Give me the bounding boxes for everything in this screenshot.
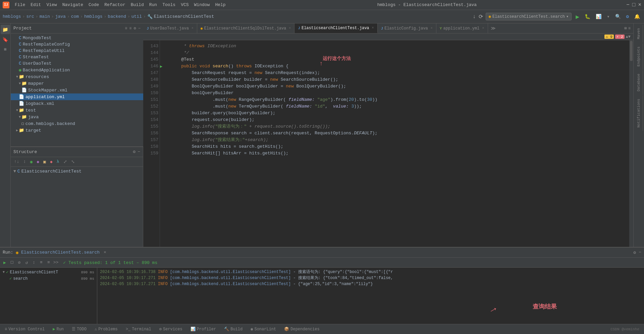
- toggle-passed-button[interactable]: ≡: [39, 259, 44, 266]
- tree-item-resources[interactable]: ▼ 📁 resources: [11, 73, 143, 80]
- tab-close-icon[interactable]: ×: [289, 26, 291, 30]
- notifications-button[interactable]: 🔔: [633, 13, 641, 20]
- terminal-button[interactable]: >_ Terminal: [124, 324, 153, 334]
- tree-item-mapper[interactable]: ▼ 📁 mapper: [11, 80, 143, 87]
- endpoints-tab[interactable]: Endpoints: [635, 43, 643, 70]
- scrollbar-track[interactable]: [629, 40, 633, 247]
- test-method-item[interactable]: ✓ search 890 ms: [1, 275, 96, 282]
- structure-minimize[interactable]: −: [138, 149, 140, 154]
- menu-edit[interactable]: Edit: [29, 2, 43, 8]
- tree-item-test[interactable]: ▼ 📁 test: [11, 107, 143, 114]
- lambdas-button[interactable]: λ: [55, 158, 61, 165]
- breadcrumb-com[interactable]: com: [71, 14, 79, 19]
- tab-close-icon[interactable]: ×: [482, 26, 484, 30]
- minimize-button[interactable]: −: [626, 2, 630, 8]
- split-editor-button[interactable]: ⊞: [625, 26, 627, 31]
- breadcrumb-main[interactable]: main: [40, 14, 50, 19]
- tab-elasticsearchclienttest[interactable]: J ElasticsearchClientTest.java ×: [294, 23, 377, 33]
- menu-refactor[interactable]: Refactor: [102, 2, 127, 8]
- run-gutter-icon[interactable]: ▶: [160, 64, 162, 69]
- scrollbar-thumb[interactable]: [630, 41, 633, 61]
- rerun-failed-button[interactable]: ↺: [24, 259, 29, 266]
- tree-item-stockmapper[interactable]: 📄 StockMapper.xml: [11, 87, 143, 93]
- sonarlint-button[interactable]: ◉ SonarLint: [249, 324, 278, 334]
- breadcrumb-java[interactable]: java: [55, 14, 66, 19]
- tree-item-resttemplateconfig[interactable]: C RestTemplateConfig: [11, 41, 143, 48]
- breadcrumb-backend[interactable]: backend: [108, 14, 126, 19]
- sort-alpha-button[interactable]: ↑↓: [13, 158, 21, 165]
- run-with-coverage-button[interactable]: 📊: [594, 13, 603, 20]
- run-status-button[interactable]: ▶ Run: [51, 324, 66, 334]
- gutter-run[interactable]: ▶: [160, 63, 167, 70]
- database-tab[interactable]: Database: [635, 70, 643, 95]
- git-pull-icon[interactable]: ↓: [473, 14, 476, 20]
- sort-visibility-button[interactable]: ↕: [22, 158, 28, 165]
- tree-item-mongodbtest[interactable]: C MongodbTest: [11, 35, 143, 41]
- breadcrumb-hmblogs2[interactable]: hmblogs: [84, 14, 103, 19]
- run-button[interactable]: ▶: [574, 12, 581, 21]
- profiler-button[interactable]: 📊 Profiler: [189, 324, 218, 334]
- inherited-button[interactable]: ◉: [29, 158, 34, 165]
- version-control-button[interactable]: ≡ Version Control: [3, 324, 47, 334]
- tree-item-resttemplateutil[interactable]: C RestTemplateUtil: [11, 48, 143, 54]
- close-button[interactable]: ×: [638, 2, 641, 8]
- run-config-selector[interactable]: ◉ ElasticsearchClientTest.search ▾: [486, 13, 572, 20]
- menu-view[interactable]: View: [44, 2, 59, 8]
- tab-elasticconfig[interactable]: J ElasticConfig.java ×: [378, 23, 436, 33]
- bookmarks-button[interactable]: 🔖: [1, 35, 10, 44]
- dependencies-button[interactable]: 📦 Dependencies: [282, 324, 321, 334]
- tree-item-userdaotest[interactable]: C UserDaoTest: [11, 60, 143, 67]
- maximize-button[interactable]: □: [632, 2, 636, 8]
- menu-navigate[interactable]: Navigate: [60, 2, 85, 8]
- stop-button[interactable]: □: [9, 259, 15, 266]
- project-expand-all[interactable]: ≡: [125, 26, 127, 31]
- breadcrumb-hmblogs[interactable]: hmblogs: [3, 14, 21, 19]
- todo-button[interactable]: ☰ TODO: [70, 324, 89, 334]
- fields-button[interactable]: ◈: [35, 158, 41, 165]
- tree-item-backendapp[interactable]: ◉ BackendApplication: [11, 67, 143, 73]
- maven-tab[interactable]: Maven: [635, 25, 643, 43]
- collapse-all-button[interactable]: ⤡: [70, 158, 76, 165]
- menu-file[interactable]: File: [13, 2, 27, 8]
- filter-tests-button[interactable]: ≡: [46, 259, 51, 266]
- menu-vcs[interactable]: VCS: [179, 2, 191, 8]
- tree-item-target[interactable]: ▶ 📁 target: [11, 127, 143, 134]
- tab-close-icon[interactable]: ×: [372, 26, 374, 30]
- menu-build[interactable]: Build: [129, 2, 146, 8]
- run-close-icon[interactable]: ×: [104, 250, 106, 255]
- menu-run[interactable]: Run: [147, 2, 159, 8]
- struct-class-item[interactable]: ▼ C ElasticsearchClientTest: [13, 168, 140, 175]
- project-collapse-all[interactable]: ≡: [129, 26, 131, 31]
- breadcrumb-util[interactable]: util: [131, 14, 142, 19]
- tab-settings-button[interactable]: ≡: [628, 26, 631, 31]
- tree-item-streamtest[interactable]: C StreamTest: [11, 54, 143, 60]
- menu-window[interactable]: Window: [192, 2, 212, 8]
- code-editor[interactable]: * throws IOException */ @Test public voi…: [167, 40, 633, 247]
- rerun-button[interactable]: ▶: [2, 259, 7, 266]
- annotation-toggle[interactable]: ▲▼: [626, 35, 631, 39]
- more-tabs-button[interactable]: ≫: [488, 25, 498, 31]
- menu-code[interactable]: Code: [87, 2, 101, 8]
- test-class-item[interactable]: ▼ ✓ ElasticsearchClientT 890 ms: [1, 269, 96, 275]
- stop-disabled-button[interactable]: ⊘: [17, 259, 22, 266]
- expand-all-button[interactable]: ⤢: [62, 158, 68, 165]
- tree-item-java[interactable]: ▼ 📁 java: [11, 114, 143, 120]
- sort-tests-button[interactable]: ↕: [31, 259, 37, 266]
- settings-button[interactable]: ⚙: [625, 13, 630, 20]
- more-run-options-button[interactable]: ▾: [605, 13, 611, 20]
- menu-tools[interactable]: Tools: [160, 2, 177, 8]
- structure-button[interactable]: ≡: [1, 45, 10, 54]
- search-button[interactable]: 🔍: [614, 13, 622, 20]
- more-run-options[interactable]: >>: [53, 260, 59, 265]
- project-view-button[interactable]: 📁: [1, 25, 10, 34]
- tab-applicationyml[interactable]: Y application.yml ×: [436, 23, 488, 33]
- services-button[interactable]: ⚙ Services: [157, 324, 184, 334]
- tree-item-package[interactable]: ◻ com.hmblogs.backend: [11, 120, 143, 127]
- tab-elasticsearchclientsqldsl[interactable]: ◉ ElasticsearchClientSqlDslTest.java ×: [197, 23, 294, 33]
- tree-item-applicationyml[interactable]: 📄 application.yml: [11, 93, 143, 100]
- tab-userdaotest[interactable]: J UserDaoTest.java ×: [143, 23, 197, 33]
- tree-item-logback[interactable]: 📄 logback.xml: [11, 100, 143, 107]
- build-button[interactable]: 🔨 Build: [222, 324, 245, 334]
- project-settings[interactable]: ⚙: [134, 26, 136, 31]
- tab-close-icon[interactable]: ×: [192, 26, 194, 30]
